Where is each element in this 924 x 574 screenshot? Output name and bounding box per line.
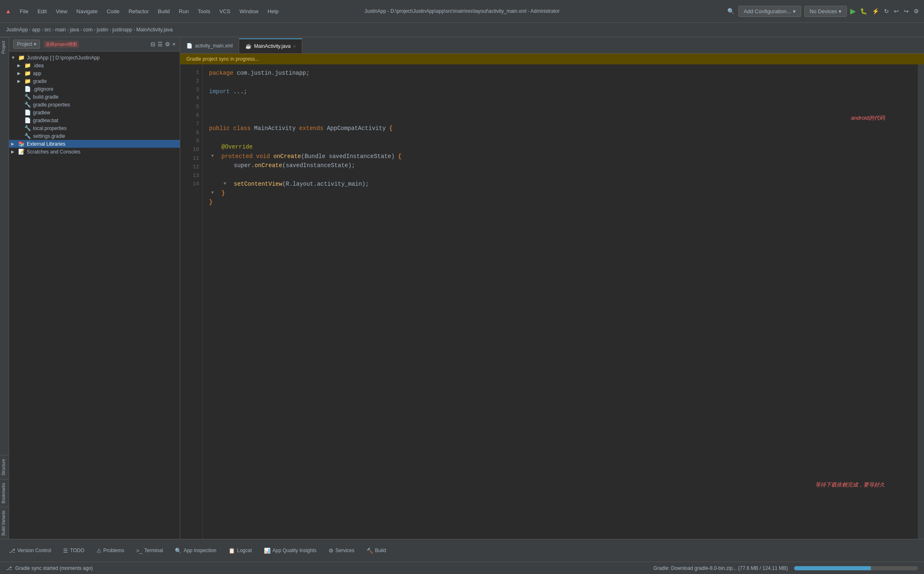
bottom-tab-problems[interactable]: ⚠ Problems bbox=[92, 545, 129, 556]
bottom-tab-terminal[interactable]: >_ Terminal bbox=[131, 545, 168, 556]
breadcrumb-justinapp2[interactable]: justinapp bbox=[112, 27, 132, 33]
run-button[interactable]: ▶ bbox=[850, 7, 856, 16]
code-line-6 bbox=[209, 115, 912, 124]
config-dropdown-icon: ▾ bbox=[793, 8, 796, 14]
tree-item-build-gradle[interactable]: ▶ 🔧 build.gradle bbox=[9, 93, 180, 101]
menu-build[interactable]: Build bbox=[154, 7, 174, 16]
collapse-all-icon[interactable]: ⊟ bbox=[150, 41, 155, 47]
line-num-8: 8 bbox=[183, 129, 199, 137]
tree-item-gradle-folder[interactable]: ▶ 📁 gradle bbox=[9, 77, 180, 85]
tree-arrow-root: ▼ bbox=[11, 55, 16, 60]
profile-button[interactable]: ⚡ bbox=[872, 8, 879, 14]
bottom-tab-build[interactable]: 🔨 Build bbox=[362, 545, 391, 556]
tree-item-idea[interactable]: ▶ 📁 .idea bbox=[9, 61, 180, 69]
menu-help[interactable]: Help bbox=[263, 7, 283, 16]
bottom-tab-todo[interactable]: ☰ TODO bbox=[58, 545, 89, 556]
gradle-download-message: Gradle: Download gradle-8.0-bin.zip... (… bbox=[654, 565, 788, 571]
tab-activity-main-xml[interactable]: 📄 activity_main.xml bbox=[180, 38, 239, 53]
close-panel-icon[interactable]: × bbox=[172, 41, 176, 47]
project-dropdown-label: Project bbox=[17, 41, 32, 47]
menu-code[interactable]: Code bbox=[103, 7, 124, 16]
breadcrumb-java[interactable]: java bbox=[70, 27, 79, 33]
tree-item-app[interactable]: ▶ 📁 app bbox=[9, 69, 180, 77]
line-num-1: 1 bbox=[183, 69, 199, 77]
redo-button[interactable]: ↪ bbox=[904, 8, 909, 14]
add-configuration-button[interactable]: Add Configuration... ▾ bbox=[738, 6, 801, 17]
breadcrumb-main[interactable]: main bbox=[55, 27, 66, 33]
code-line-5 bbox=[209, 106, 912, 115]
menu-window[interactable]: Window bbox=[235, 7, 263, 16]
tree-item-external-libs[interactable]: ▶ 📚 External Libraries bbox=[9, 140, 180, 148]
search-everywhere-icon[interactable]: 🔍 bbox=[727, 8, 734, 14]
tree-item-settings-gradle[interactable]: ▶ 🔧 settings.gradle bbox=[9, 132, 180, 140]
services-label: Services bbox=[336, 548, 355, 553]
line-num-3: 3 bbox=[183, 86, 199, 94]
annotation-wait: 等待下载依赖完成，要等好久 bbox=[815, 481, 885, 489]
app-inspection-icon: 🔍 bbox=[175, 548, 181, 554]
breadcrumb-app[interactable]: app bbox=[32, 27, 40, 33]
tree-item-root[interactable]: ▼ 📁 JustinApp [:] D:\project\JustinApp bbox=[9, 54, 180, 61]
vertical-tab-structure[interactable]: Structure bbox=[0, 455, 9, 479]
java-tab-icon: ☕ bbox=[245, 43, 252, 49]
undo-button[interactable]: ↩ bbox=[894, 8, 899, 14]
debug-button[interactable]: 🐛 bbox=[860, 8, 867, 14]
breadcrumb-src[interactable]: src bbox=[45, 27, 51, 33]
line-num-6: 6 bbox=[183, 111, 199, 120]
breadcrumb-com[interactable]: com bbox=[83, 27, 93, 33]
tree-item-gradlew[interactable]: ▶ 📄 gradlew bbox=[9, 109, 180, 116]
bottom-tab-version-control[interactable]: ⎇ Version Control bbox=[4, 545, 56, 556]
tree-item-gradlew-bat[interactable]: ▶ 📄 gradlew.bat bbox=[9, 116, 180, 124]
code-editor[interactable]: 1 2 3 4 5 6 7 8 9 10 11 12 13 14 android… bbox=[180, 64, 924, 539]
menu-view[interactable]: View bbox=[52, 7, 71, 16]
code-content[interactable]: android的代码 等待下载依赖完成，要等好久 package com.jus… bbox=[203, 64, 918, 539]
right-scrollbar[interactable] bbox=[918, 64, 924, 539]
bottom-tab-logcat[interactable]: 📋 Logcat bbox=[223, 545, 257, 556]
line-num-11: 11 bbox=[183, 154, 199, 163]
bottom-tab-app-inspection[interactable]: 🔍 App Inspection bbox=[170, 545, 221, 556]
menu-refactor[interactable]: Refactor bbox=[125, 7, 153, 16]
bottom-tab-app-quality[interactable]: 📊 App Quality Insights bbox=[259, 545, 322, 556]
tree-item-local-props[interactable]: ▶ 🔧 local.properties bbox=[9, 124, 180, 132]
todo-label: TODO bbox=[70, 548, 84, 553]
breadcrumb-justinapp[interactable]: JustinApp bbox=[6, 27, 28, 33]
tree-item-gradle-props[interactable]: ▶ 🔧 gradle.properties bbox=[9, 101, 180, 109]
menu-file[interactable]: File bbox=[16, 7, 33, 16]
menu-tools[interactable]: Tools bbox=[194, 7, 214, 16]
vertical-tab-build-variants[interactable]: Build Variants bbox=[0, 507, 9, 539]
bottom-tab-services[interactable]: ⚙ Services bbox=[324, 545, 360, 556]
vertical-tabs: Project Structure Bookmarks Build Varian… bbox=[0, 37, 9, 539]
project-dropdown[interactable]: Project ▾ bbox=[13, 40, 40, 49]
tab-mainactivity-java[interactable]: ☕ MainActivity.java × bbox=[239, 38, 302, 53]
gitignore-icon: 📄 bbox=[24, 86, 31, 92]
more-options-icon[interactable]: ☰ bbox=[158, 41, 163, 47]
fold-icon-13: ▼ bbox=[223, 180, 226, 188]
menu-edit[interactable]: Edit bbox=[33, 7, 51, 16]
logcat-icon: 📋 bbox=[228, 548, 235, 554]
menu-vcs[interactable]: VCS bbox=[215, 7, 235, 16]
tree-item-scratches[interactable]: ▶ 📝 Scratches and Consoles bbox=[9, 148, 180, 156]
sync-button[interactable]: ↻ bbox=[884, 8, 889, 14]
vertical-tab-bookmarks[interactable]: Bookmarks bbox=[0, 479, 9, 507]
window-title: JustinApp - D:\project\JustinApp\app\src… bbox=[364, 8, 560, 14]
menu-run[interactable]: Run bbox=[175, 7, 193, 16]
breadcrumb-mainactivity[interactable]: MainActivity.java bbox=[136, 27, 173, 33]
breadcrumb-justin[interactable]: justin bbox=[96, 27, 108, 33]
tree-label-app: app bbox=[33, 71, 41, 76]
tab-close-icon[interactable]: × bbox=[293, 44, 296, 49]
code-line-9: @Override bbox=[209, 142, 912, 151]
settings-button[interactable]: ⚙ bbox=[914, 8, 919, 14]
menu-navigate[interactable]: Navigate bbox=[72, 7, 101, 16]
app-folder-icon: 📁 bbox=[24, 70, 31, 76]
vertical-tab-project[interactable]: Project bbox=[0, 37, 9, 57]
line-num-9: 9 bbox=[183, 137, 199, 146]
tree-label-build-gradle: build.gradle bbox=[33, 94, 59, 100]
file-tree: ▼ 📁 JustinApp [:] D:\project\JustinApp ▶… bbox=[9, 52, 180, 539]
no-devices-button[interactable]: No Devices ▾ bbox=[804, 6, 847, 17]
scratches-icon: 📝 bbox=[18, 149, 25, 155]
line-num-10: 10 bbox=[183, 146, 199, 154]
code-line-3: import ...; bbox=[209, 87, 912, 96]
gradle-props-icon: 🔧 bbox=[24, 102, 31, 108]
tree-item-gitignore[interactable]: ▶ 📄 .gitignore bbox=[9, 85, 180, 93]
gear-icon[interactable]: ⚙ bbox=[165, 41, 170, 47]
settings-gradle-icon: 🔧 bbox=[24, 133, 31, 139]
